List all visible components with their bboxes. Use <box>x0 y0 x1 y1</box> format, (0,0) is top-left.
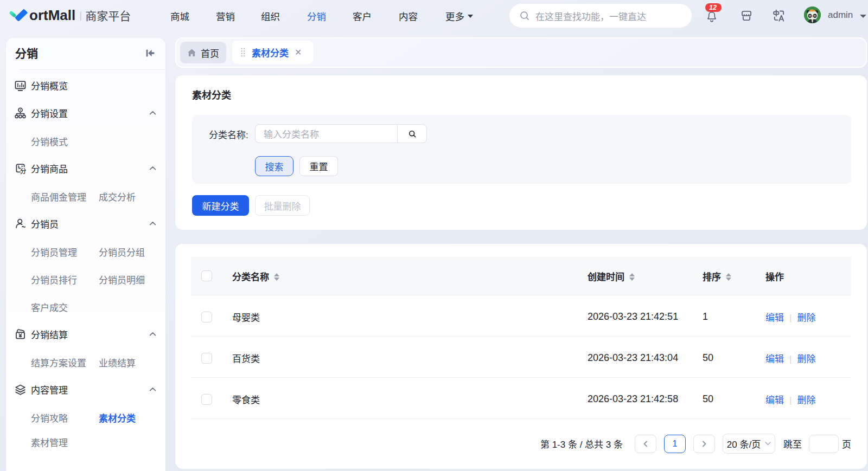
svg-text:分: 分 <box>20 167 26 175</box>
